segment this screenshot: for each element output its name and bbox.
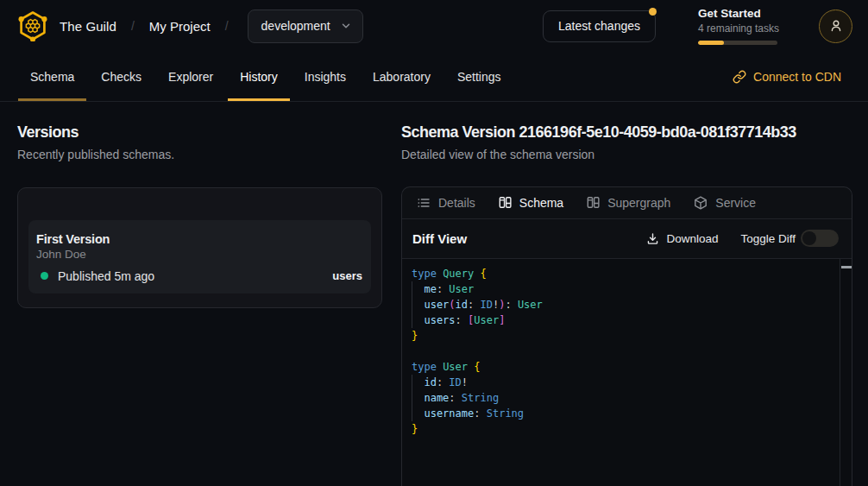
connect-to-cdn-label: Connect to CDN (753, 70, 841, 84)
code-token: ! (462, 376, 468, 388)
published-status-dot (41, 272, 48, 280)
code-token: : (456, 314, 468, 326)
nav-tab-laboratory[interactable]: Laboratory (361, 52, 443, 101)
tab-details-label: Details (438, 196, 475, 210)
diff-view-title: Diff View (412, 231, 467, 246)
tab-supergraph[interactable]: Supergraph (587, 196, 670, 210)
version-detail-title: Schema Version 2166196f-5e10-4059-bd0a-0… (401, 123, 852, 142)
latest-changes-button[interactable]: Latest changes (543, 10, 656, 42)
org-breadcrumb[interactable]: The Guild (60, 19, 116, 34)
code-token: name (412, 392, 449, 404)
code-token: ] (499, 314, 505, 326)
chevron-down-icon (341, 21, 351, 31)
version-author: John Doe (36, 248, 362, 262)
code-line (412, 344, 838, 359)
nav-tab-checks[interactable]: Checks (89, 52, 154, 101)
code-token: User (443, 361, 474, 373)
code-line: id: ID! (412, 375, 838, 390)
versions-card: First Version John Doe Published 5m ago … (17, 187, 382, 308)
code-line: me: User (412, 281, 838, 297)
code-line: user(id: ID!): User (412, 297, 838, 312)
code-token: type (412, 361, 443, 373)
detail-tabs: Details Schema (402, 187, 852, 219)
code-token: { (480, 268, 486, 280)
versions-column: Versions Recently published schemas. Fir… (17, 123, 382, 486)
hive-logo-icon[interactable] (17, 10, 48, 41)
code-token: } (412, 423, 418, 435)
version-detail-subtitle: Detailed view of the schema version (401, 148, 852, 162)
nav-tab-history[interactable]: History (228, 52, 290, 101)
code-token: } (412, 330, 418, 342)
schema-code-editor[interactable]: type Query { me: User user(id: ID!): Use… (402, 259, 852, 486)
tab-details[interactable]: Details (417, 196, 475, 210)
nav-tab-explorer[interactable]: Explorer (156, 52, 225, 101)
tab-schema[interactable]: Schema (499, 196, 563, 210)
version-status-row: Published 5m ago users (36, 269, 362, 283)
code-token: User (449, 283, 474, 295)
nav-tab-settings[interactable]: Settings (445, 52, 513, 101)
notification-dot (649, 8, 657, 16)
code-token: username (412, 407, 474, 420)
indent-guide (412, 281, 412, 328)
panels-icon (499, 196, 512, 209)
version-detail-panel: Details Schema (401, 186, 852, 486)
main-content: Versions Recently published schemas. Fir… (0, 102, 868, 486)
get-started-progress-fill (698, 41, 724, 45)
version-service-name[interactable]: users (332, 269, 362, 282)
code-token: users (412, 314, 456, 326)
download-button[interactable]: Download (646, 232, 718, 245)
nav-tab-insights[interactable]: Insights (292, 52, 358, 101)
code-token: : (468, 299, 480, 311)
code-token: ID (449, 376, 461, 388)
code-token: : (505, 299, 517, 311)
cube-icon (694, 196, 708, 210)
target-selector-value: development (261, 19, 330, 33)
project-breadcrumb[interactable]: My Project (149, 19, 211, 34)
download-label: Download (666, 232, 718, 245)
link-icon (733, 70, 746, 84)
diff-toolbar: Diff View Download Toggle Diff (402, 219, 852, 259)
code-token: user (412, 299, 449, 311)
code-line: } (412, 328, 838, 344)
toggle-knob (802, 231, 816, 245)
tab-schema-label: Schema (519, 196, 563, 210)
code-line: username: String (412, 406, 838, 421)
versions-title: Versions (17, 123, 382, 142)
user-icon (828, 18, 844, 34)
code-token: String (462, 392, 499, 404)
tab-service[interactable]: Service (694, 196, 756, 210)
nav-tab-schema[interactable]: Schema (18, 52, 86, 101)
breadcrumb-separator: / (131, 19, 135, 33)
tab-service-label: Service (715, 196, 756, 210)
list-icon (417, 196, 431, 210)
code-token: me (412, 283, 437, 295)
toggle-diff-label: Toggle Diff (740, 232, 796, 245)
code-token: { (474, 361, 480, 373)
user-menu-button[interactable] (819, 9, 852, 43)
code-token: Query (443, 268, 480, 280)
tab-supergraph-label: Supergraph (607, 196, 670, 210)
code-token: id (412, 376, 437, 388)
version-detail-column: Schema Version 2166196f-5e10-4059-bd0a-0… (401, 123, 852, 486)
toggle-diff-switch[interactable] (801, 230, 839, 247)
code-line: type Query { (412, 266, 838, 281)
version-list-item[interactable]: First Version John Doe Published 5m ago … (28, 220, 371, 293)
versions-subtitle: Recently published schemas. (17, 148, 382, 162)
editor-overview-ruler[interactable] (840, 259, 852, 486)
code-line: } (412, 421, 838, 437)
version-title: First Version (36, 230, 362, 248)
code-token: User (518, 299, 543, 311)
breadcrumb-separator: / (225, 19, 229, 33)
code-token: : (474, 407, 486, 420)
code-token: : (437, 376, 449, 388)
code-token: User (474, 314, 499, 326)
latest-changes-label: Latest changes (558, 19, 640, 33)
code-token: String (487, 407, 524, 420)
overview-cursor-mark (841, 266, 852, 269)
target-selector[interactable]: development (248, 9, 363, 43)
get-started-widget[interactable]: Get Started 4 remaining tasks (698, 7, 777, 45)
connect-to-cdn-button[interactable]: Connect to CDN (733, 52, 841, 101)
nav-tabs: Schema Checks Explorer History Insights … (0, 52, 513, 101)
get-started-subtitle: 4 remaining tasks (698, 22, 777, 35)
version-status: Published 5m ago (58, 269, 154, 283)
